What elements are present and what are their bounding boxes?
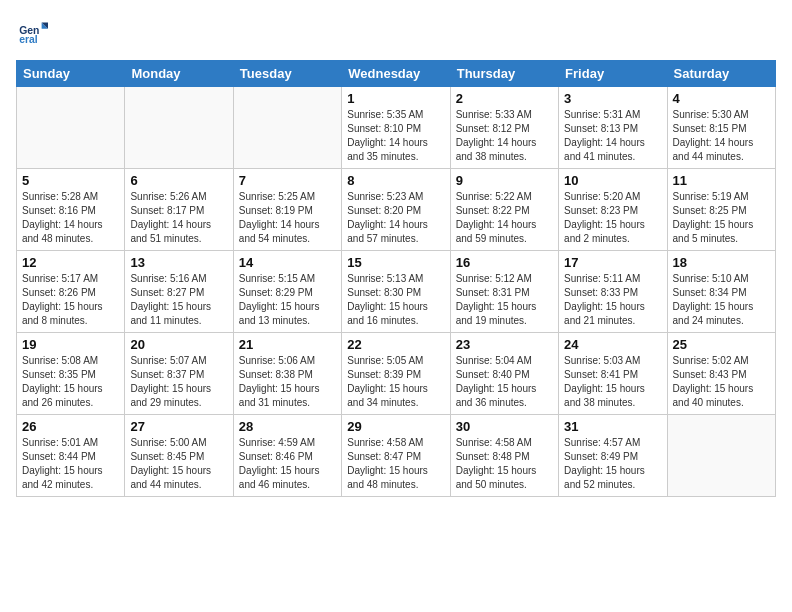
calendar-cell: 26Sunrise: 5:01 AM Sunset: 8:44 PM Dayli…: [17, 415, 125, 497]
calendar-week-row: 1Sunrise: 5:35 AM Sunset: 8:10 PM Daylig…: [17, 87, 776, 169]
calendar-cell: [125, 87, 233, 169]
day-header-monday: Monday: [125, 61, 233, 87]
calendar-cell: 2Sunrise: 5:33 AM Sunset: 8:12 PM Daylig…: [450, 87, 558, 169]
calendar-cell: 28Sunrise: 4:59 AM Sunset: 8:46 PM Dayli…: [233, 415, 341, 497]
day-info: Sunrise: 5:08 AM Sunset: 8:35 PM Dayligh…: [22, 354, 119, 410]
calendar-week-row: 26Sunrise: 5:01 AM Sunset: 8:44 PM Dayli…: [17, 415, 776, 497]
day-number: 10: [564, 173, 661, 188]
day-info: Sunrise: 4:59 AM Sunset: 8:46 PM Dayligh…: [239, 436, 336, 492]
day-info: Sunrise: 5:11 AM Sunset: 8:33 PM Dayligh…: [564, 272, 661, 328]
calendar-cell: 15Sunrise: 5:13 AM Sunset: 8:30 PM Dayli…: [342, 251, 450, 333]
day-number: 9: [456, 173, 553, 188]
day-info: Sunrise: 5:02 AM Sunset: 8:43 PM Dayligh…: [673, 354, 770, 410]
calendar-cell: 14Sunrise: 5:15 AM Sunset: 8:29 PM Dayli…: [233, 251, 341, 333]
day-info: Sunrise: 5:13 AM Sunset: 8:30 PM Dayligh…: [347, 272, 444, 328]
calendar-cell: 3Sunrise: 5:31 AM Sunset: 8:13 PM Daylig…: [559, 87, 667, 169]
day-number: 22: [347, 337, 444, 352]
day-info: Sunrise: 4:58 AM Sunset: 8:48 PM Dayligh…: [456, 436, 553, 492]
calendar-cell: 18Sunrise: 5:10 AM Sunset: 8:34 PM Dayli…: [667, 251, 775, 333]
calendar-cell: 22Sunrise: 5:05 AM Sunset: 8:39 PM Dayli…: [342, 333, 450, 415]
day-info: Sunrise: 5:15 AM Sunset: 8:29 PM Dayligh…: [239, 272, 336, 328]
calendar-cell: 13Sunrise: 5:16 AM Sunset: 8:27 PM Dayli…: [125, 251, 233, 333]
logo-icon: Gen eral: [16, 16, 48, 48]
day-number: 29: [347, 419, 444, 434]
day-info: Sunrise: 5:07 AM Sunset: 8:37 PM Dayligh…: [130, 354, 227, 410]
calendar-header-row: SundayMondayTuesdayWednesdayThursdayFrid…: [17, 61, 776, 87]
calendar-week-row: 5Sunrise: 5:28 AM Sunset: 8:16 PM Daylig…: [17, 169, 776, 251]
calendar-cell: 23Sunrise: 5:04 AM Sunset: 8:40 PM Dayli…: [450, 333, 558, 415]
day-info: Sunrise: 4:58 AM Sunset: 8:47 PM Dayligh…: [347, 436, 444, 492]
day-info: Sunrise: 4:57 AM Sunset: 8:49 PM Dayligh…: [564, 436, 661, 492]
day-number: 26: [22, 419, 119, 434]
day-number: 16: [456, 255, 553, 270]
day-info: Sunrise: 5:10 AM Sunset: 8:34 PM Dayligh…: [673, 272, 770, 328]
day-info: Sunrise: 5:22 AM Sunset: 8:22 PM Dayligh…: [456, 190, 553, 246]
calendar-cell: 11Sunrise: 5:19 AM Sunset: 8:25 PM Dayli…: [667, 169, 775, 251]
day-number: 14: [239, 255, 336, 270]
day-number: 6: [130, 173, 227, 188]
day-info: Sunrise: 5:31 AM Sunset: 8:13 PM Dayligh…: [564, 108, 661, 164]
calendar-cell: [667, 415, 775, 497]
day-number: 17: [564, 255, 661, 270]
day-info: Sunrise: 5:30 AM Sunset: 8:15 PM Dayligh…: [673, 108, 770, 164]
calendar-cell: 24Sunrise: 5:03 AM Sunset: 8:41 PM Dayli…: [559, 333, 667, 415]
day-number: 31: [564, 419, 661, 434]
day-number: 28: [239, 419, 336, 434]
day-number: 2: [456, 91, 553, 106]
day-number: 13: [130, 255, 227, 270]
day-info: Sunrise: 5:12 AM Sunset: 8:31 PM Dayligh…: [456, 272, 553, 328]
calendar-cell: 29Sunrise: 4:58 AM Sunset: 8:47 PM Dayli…: [342, 415, 450, 497]
day-info: Sunrise: 5:23 AM Sunset: 8:20 PM Dayligh…: [347, 190, 444, 246]
calendar-week-row: 19Sunrise: 5:08 AM Sunset: 8:35 PM Dayli…: [17, 333, 776, 415]
day-header-sunday: Sunday: [17, 61, 125, 87]
calendar-cell: 8Sunrise: 5:23 AM Sunset: 8:20 PM Daylig…: [342, 169, 450, 251]
day-number: 25: [673, 337, 770, 352]
day-header-friday: Friday: [559, 61, 667, 87]
day-info: Sunrise: 5:05 AM Sunset: 8:39 PM Dayligh…: [347, 354, 444, 410]
day-number: 15: [347, 255, 444, 270]
day-number: 23: [456, 337, 553, 352]
calendar-cell: 21Sunrise: 5:06 AM Sunset: 8:38 PM Dayli…: [233, 333, 341, 415]
day-number: 11: [673, 173, 770, 188]
calendar-cell: 17Sunrise: 5:11 AM Sunset: 8:33 PM Dayli…: [559, 251, 667, 333]
day-number: 30: [456, 419, 553, 434]
day-info: Sunrise: 5:20 AM Sunset: 8:23 PM Dayligh…: [564, 190, 661, 246]
day-header-wednesday: Wednesday: [342, 61, 450, 87]
day-number: 7: [239, 173, 336, 188]
calendar-cell: 30Sunrise: 4:58 AM Sunset: 8:48 PM Dayli…: [450, 415, 558, 497]
day-number: 20: [130, 337, 227, 352]
day-info: Sunrise: 5:06 AM Sunset: 8:38 PM Dayligh…: [239, 354, 336, 410]
day-number: 4: [673, 91, 770, 106]
calendar-cell: 7Sunrise: 5:25 AM Sunset: 8:19 PM Daylig…: [233, 169, 341, 251]
calendar-cell: 20Sunrise: 5:07 AM Sunset: 8:37 PM Dayli…: [125, 333, 233, 415]
day-info: Sunrise: 5:19 AM Sunset: 8:25 PM Dayligh…: [673, 190, 770, 246]
calendar-cell: 10Sunrise: 5:20 AM Sunset: 8:23 PM Dayli…: [559, 169, 667, 251]
calendar-table: SundayMondayTuesdayWednesdayThursdayFrid…: [16, 60, 776, 497]
page-header: Gen eral: [16, 16, 776, 48]
calendar-cell: 19Sunrise: 5:08 AM Sunset: 8:35 PM Dayli…: [17, 333, 125, 415]
day-info: Sunrise: 5:33 AM Sunset: 8:12 PM Dayligh…: [456, 108, 553, 164]
calendar-cell: 9Sunrise: 5:22 AM Sunset: 8:22 PM Daylig…: [450, 169, 558, 251]
day-info: Sunrise: 5:25 AM Sunset: 8:19 PM Dayligh…: [239, 190, 336, 246]
calendar-cell: 1Sunrise: 5:35 AM Sunset: 8:10 PM Daylig…: [342, 87, 450, 169]
calendar-cell: 12Sunrise: 5:17 AM Sunset: 8:26 PM Dayli…: [17, 251, 125, 333]
day-info: Sunrise: 5:16 AM Sunset: 8:27 PM Dayligh…: [130, 272, 227, 328]
day-number: 1: [347, 91, 444, 106]
day-header-saturday: Saturday: [667, 61, 775, 87]
day-info: Sunrise: 5:26 AM Sunset: 8:17 PM Dayligh…: [130, 190, 227, 246]
day-number: 18: [673, 255, 770, 270]
calendar-cell: 31Sunrise: 4:57 AM Sunset: 8:49 PM Dayli…: [559, 415, 667, 497]
calendar-cell: 16Sunrise: 5:12 AM Sunset: 8:31 PM Dayli…: [450, 251, 558, 333]
day-number: 27: [130, 419, 227, 434]
calendar-cell: 4Sunrise: 5:30 AM Sunset: 8:15 PM Daylig…: [667, 87, 775, 169]
calendar-cell: 5Sunrise: 5:28 AM Sunset: 8:16 PM Daylig…: [17, 169, 125, 251]
day-info: Sunrise: 5:17 AM Sunset: 8:26 PM Dayligh…: [22, 272, 119, 328]
day-number: 5: [22, 173, 119, 188]
day-number: 19: [22, 337, 119, 352]
calendar-cell: 6Sunrise: 5:26 AM Sunset: 8:17 PM Daylig…: [125, 169, 233, 251]
day-number: 12: [22, 255, 119, 270]
day-info: Sunrise: 5:35 AM Sunset: 8:10 PM Dayligh…: [347, 108, 444, 164]
day-info: Sunrise: 5:28 AM Sunset: 8:16 PM Dayligh…: [22, 190, 119, 246]
day-number: 21: [239, 337, 336, 352]
day-header-thursday: Thursday: [450, 61, 558, 87]
